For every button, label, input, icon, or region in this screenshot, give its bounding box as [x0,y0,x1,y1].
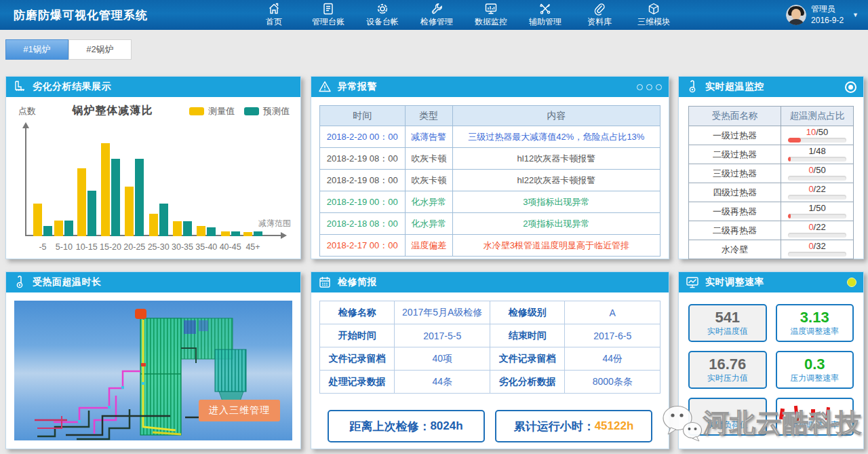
user-menu[interactable]: 管理员 2016-9-2 ▼ [786,3,859,27]
panel-title: 劣化分析结果展示 [33,81,111,93]
bar-测量值 [125,187,134,236]
user-name: 管理员 [811,3,844,15]
overheat-col-header: 超温测点占比 [781,107,854,126]
overheat-row: 水冷壁0/32 [689,240,854,259]
metric-label: 温度调整速率 [790,326,839,337]
chart-column: 30-35 [172,125,193,254]
radio-indicator[interactable] [845,81,856,93]
panel-overheat-header: 实时超温监控 [679,77,863,97]
metric-实时负荷值: 实时负荷值 [688,398,767,436]
alarm-col-header: 类型 [405,106,452,126]
nav-item-首页[interactable]: 首页 [255,1,293,30]
bar-pair [77,168,96,236]
nav-item-label: 设备台帐 [366,16,399,28]
alarm-row[interactable]: 2018-2-18 08：00化水异常2项指标出现异常 [320,213,660,235]
overheat-ratio-cell: 1/50 [781,202,854,221]
tab-boiler-2[interactable]: #2锅炉 [68,39,132,60]
chart-title: 锅炉整体减薄比 [36,104,189,118]
ratio-progress-fill [788,157,790,162]
nav-item-辅助管理[interactable]: 辅助管理 [526,1,564,30]
x-tick-label: 35-40 [195,240,217,254]
surface-name: 二级再热器 [689,221,781,240]
repair-value: 2017-5-5 [395,324,490,347]
ratio-text: 1/48 [781,147,853,155]
legend-item: 测量值 [189,105,235,117]
legend-swatch [189,107,204,115]
ratio-text: 1/50 [781,204,853,212]
y-axis [25,125,26,236]
repair-value: 44份 [565,347,660,371]
x-tick-label: -5 [39,240,46,254]
ratio-progress-track [788,214,846,219]
alarm-row[interactable]: 2018-2-19 00：00化水异常3项指标出现异常 [320,191,660,213]
overheat-row: 四级过热器0/22 [689,183,854,202]
overheat-ratio-cell: 0/32 [781,240,854,259]
panel-overheat-duration: 受热面超温时长 [5,271,301,449]
nav-item-label: 数据监控 [475,16,507,28]
chevron-down-icon: ▼ [852,12,859,18]
repair-value: 44条 [395,371,490,394]
repair-label: 检修级别 [490,301,564,324]
repair-label: 结束时间 [490,324,564,347]
bar-预测值 [159,204,168,236]
user-date: 2016-9-2 [811,15,844,26]
ratio-numerator: 1 [808,146,813,156]
nav-item-设备台帐[interactable]: 设备台帐 [363,1,401,30]
ratio-progress-track [788,233,846,238]
panel-overheat-monitor: 实时超温监控 受热面名称超温测点占比 一级过热器10/50二级过热器1/48三级… [678,76,864,259]
alarm-table-head: 时间类型内容 [320,106,660,126]
chart-column: 15-20 [100,125,121,254]
bar-测量值 [221,231,230,236]
ratio-denominator: /50 [814,203,826,213]
panel-rates-header: 实时调整速率 [679,272,863,292]
repair-value: 40项 [395,347,490,371]
legend-label: 测量值 [208,105,235,117]
alarm-type: 减薄告警 [405,126,452,148]
overheat-ratio-cell: 10/50 [781,126,854,145]
repair-row: 开始时间2017-5-5结束时间2017-6-5 [320,324,660,347]
surface-name: 二级过热器 [689,145,781,164]
nav-item-label: 检修管理 [420,16,453,28]
alarm-time: 2018-2-17 00：00 [320,235,406,257]
main-nav: 首页管理台账设备台帐检修管理数据监控辅助管理资料库三维模块 [255,1,673,30]
nav-item-管理台账[interactable]: 管理台账 [309,1,347,30]
alarm-content: 水冷壁3根管道温度明显高于临近管排 [452,235,660,257]
thermometer-icon [13,276,26,289]
chart-legend: 测量值预测值 [189,105,290,117]
panel-options-dots[interactable] [637,84,662,90]
nav-item-三维模块[interactable]: 三维模块 [635,1,673,30]
overheat-ratio-cell: 0/50 [781,164,854,183]
thermometer-icon [686,80,699,94]
x-tick-label: 5-10 [56,240,73,254]
overheat-row: 二级再热器0/22 [689,221,854,240]
repair-table-body: 检修名称2017年5月A级检修检修级别A开始时间2017-5-5结束时间2017… [320,301,660,394]
user-info: 管理员 2016-9-2 [811,3,844,27]
nav-item-label: 管理台账 [312,16,344,28]
alarm-content: hl22吹灰器卡顿报警 [452,170,660,191]
panel-title: 异常报警 [338,81,377,93]
total-run-hours-button[interactable]: 累计运行小时：45122h [495,410,652,442]
metric-实时压力值: 16.76实时压力值 [688,351,767,389]
nav-item-资料库[interactable]: 资料库 [580,1,618,30]
bar-测量值 [101,143,110,236]
enter-3d-management-button[interactable]: 进入三维管理 [199,400,280,421]
ratio-progress-track [788,157,846,162]
repair-buttons: 距离上次检修：8024h累计运行小时：45122h [328,410,652,442]
panel-title: 实时超温监控 [705,81,764,93]
alarm-row[interactable]: 2018-2-19 08：00吹灰卡顿hl12吹灰器卡顿报警 [320,148,660,170]
tab-boiler-1[interactable]: #1锅炉 [5,39,68,60]
overheat-ratio-cell: 1/48 [781,145,854,164]
cube-icon [647,2,660,16]
alarm-row[interactable]: 2018-2-17 00：00温度偏差水冷壁3根管道温度明显高于临近管排 [320,235,660,257]
since-last-repair-button[interactable]: 距离上次检修：8024h [328,410,485,442]
alarm-col-header: 时间 [320,106,406,126]
alarm-row[interactable]: 2018-2-20 00：00减薄告警三级过热器最大减薄值42%，危险点占比13… [320,126,660,148]
monitor-chart-icon [686,276,699,289]
nav-item-检修管理[interactable]: 检修管理 [418,1,456,30]
nav-item-数据监控[interactable]: 数据监控 [472,1,510,30]
legend-swatch [244,107,259,115]
chart-column: 10-15 [76,125,98,254]
alarm-row[interactable]: 2018-2-19 08：00吹灰卡顿hl22吹灰器卡顿报警 [320,170,660,191]
overheat-table-head: 受热面名称超温测点占比 [689,107,854,126]
chart-column: 25-30 [148,125,170,254]
